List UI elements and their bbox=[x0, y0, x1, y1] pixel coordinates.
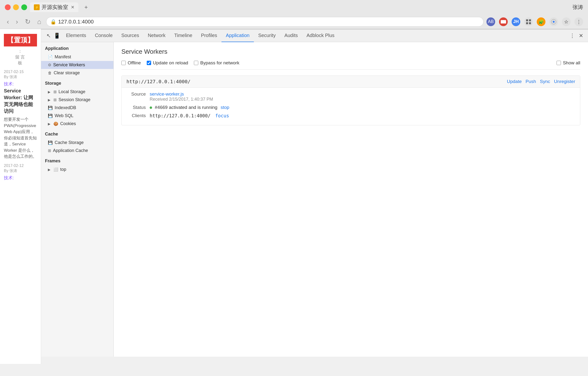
new-tab-button[interactable]: + bbox=[81, 2, 91, 12]
expand-top-icon[interactable]: ▶ bbox=[48, 168, 51, 172]
bypass-for-network-checkbox-label[interactable]: Bypass for network bbox=[194, 60, 239, 65]
sync-link[interactable]: Sync bbox=[540, 79, 550, 84]
sw-source-value: service-worker.js Received 2/15/2017, 1:… bbox=[150, 91, 213, 102]
tab-close-button[interactable]: ✕ bbox=[71, 5, 74, 10]
stop-link[interactable]: stop bbox=[220, 105, 229, 110]
frame-icon: ⬜ bbox=[53, 167, 58, 172]
devtools-tab-bar: ↖ 📱 Elements Console Sources Network Tim… bbox=[41, 30, 588, 42]
refresh-button[interactable]: ↻ bbox=[23, 17, 32, 27]
offline-checkbox-label[interactable]: Offline bbox=[121, 60, 141, 65]
post-by-2: By 张涛 bbox=[4, 168, 37, 173]
svg-point-5 bbox=[553, 21, 555, 23]
application-header: Application bbox=[41, 44, 113, 53]
sw-controls: Offline Update on reload Bypass for netw… bbox=[121, 60, 580, 70]
status-text: #4669 activated and is running bbox=[155, 105, 217, 110]
application-cache-icon: ⊞ bbox=[48, 148, 51, 153]
tab-network[interactable]: Network bbox=[143, 30, 170, 42]
sidebar-item-cookies[interactable]: ▶ 🍪 Cookies bbox=[41, 120, 113, 128]
update-on-reload-checkbox-label[interactable]: Update on reload bbox=[147, 60, 188, 65]
post-by-1: By 张涛 bbox=[4, 75, 37, 80]
application-group: Application 📄 Manifest ⚙ Service Workers… bbox=[41, 44, 113, 77]
tab-title: 开源实验室 bbox=[42, 4, 68, 11]
cache-storage-icon: 💾 bbox=[48, 140, 53, 145]
sidebar-item-clear-storage[interactable]: 🗑 Clear storage bbox=[41, 69, 113, 77]
show-all-checkbox[interactable] bbox=[556, 61, 561, 65]
update-on-reload-checkbox[interactable] bbox=[147, 61, 151, 65]
more-options-icon[interactable]: ⋮ bbox=[569, 32, 576, 40]
sw-received: Received 2/15/2017, 1:40:37 PM bbox=[150, 97, 213, 102]
unregister-link[interactable]: Unregister bbox=[554, 79, 575, 84]
sw-entry-header: http://127.0.0.1:4000/ Update Push Sync … bbox=[122, 76, 580, 88]
source-file-link[interactable]: service-worker.js bbox=[150, 91, 184, 97]
tab-elements[interactable]: Elements bbox=[62, 30, 90, 42]
tab-sources[interactable]: Sources bbox=[117, 30, 143, 42]
svg-rect-0 bbox=[526, 19, 528, 21]
cursor-tool-icon[interactable]: ↖ bbox=[45, 31, 52, 40]
sidebar-item-session-storage[interactable]: ▶ ⊞ Session Storage bbox=[41, 96, 113, 104]
home-button[interactable]: ⌂ bbox=[35, 17, 43, 27]
device-mode-icon[interactable]: 📱 bbox=[52, 31, 62, 40]
tab-console[interactable]: Console bbox=[90, 30, 117, 42]
expand-session-storage-icon[interactable]: ▶ bbox=[48, 98, 51, 102]
tab-timeline[interactable]: Timeline bbox=[170, 30, 197, 42]
svg-rect-3 bbox=[529, 22, 531, 24]
title-bar: ⚡ 开源实验室 ✕ + 张涛 bbox=[0, 0, 588, 14]
sidebar-item-cache-storage[interactable]: 💾 Cache Storage bbox=[41, 139, 113, 147]
gmail-icon[interactable] bbox=[499, 17, 508, 26]
close-devtools-icon[interactable]: ✕ bbox=[578, 32, 584, 40]
traffic-lights bbox=[5, 4, 27, 10]
address-text: 127.0.0.1:4000 bbox=[58, 19, 479, 25]
tab-application[interactable]: Application bbox=[221, 30, 254, 42]
toolbar-icons: AB JH 🧩 ☆ ⋮ bbox=[486, 17, 583, 26]
expand-cookies-icon[interactable]: ▶ bbox=[48, 122, 51, 126]
tab-security[interactable]: Security bbox=[254, 30, 280, 42]
apps-icon[interactable] bbox=[524, 17, 533, 26]
offline-checkbox[interactable] bbox=[121, 61, 126, 65]
sidebar-item-manifest[interactable]: 📄 Manifest bbox=[41, 53, 113, 61]
post-date-2: 2017-02-12 bbox=[4, 163, 37, 168]
minimize-button[interactable] bbox=[13, 4, 19, 10]
bypass-for-network-checkbox[interactable] bbox=[194, 61, 198, 65]
close-button[interactable] bbox=[5, 4, 11, 10]
status-label: Status bbox=[126, 105, 146, 110]
sidebar-item-application-cache[interactable]: ⊞ Application Cache bbox=[41, 147, 113, 155]
google-icon[interactable]: JH bbox=[512, 17, 520, 26]
push-link[interactable]: Push bbox=[526, 79, 536, 84]
frames-group: Frames ▶ ⬜ top bbox=[41, 157, 113, 173]
chrome-icon[interactable] bbox=[549, 17, 558, 26]
update-link[interactable]: Update bbox=[507, 79, 522, 84]
tab-audits[interactable]: Audits bbox=[280, 30, 302, 42]
manifest-icon: 📄 bbox=[48, 55, 53, 59]
devtools-toolbar-icons: ⋮ ✕ bbox=[569, 32, 584, 40]
post-date-1: 2017-02-15 bbox=[4, 70, 37, 74]
bookmark-icon[interactable]: ☆ bbox=[562, 17, 571, 26]
post-excerpt-1: 想要开发一个PWA(Progressive Web App)应用，你必须知道首先… bbox=[4, 116, 37, 160]
forward-button[interactable]: › bbox=[14, 17, 20, 27]
indexeddb-icon: 💾 bbox=[48, 106, 53, 110]
sw-url: http://127.0.0.1:4000/ bbox=[126, 79, 190, 85]
blog-logo: 【置顶】 bbox=[4, 34, 37, 46]
extension-ab-icon[interactable]: AB bbox=[486, 17, 495, 26]
tab-profiles[interactable]: Profiles bbox=[197, 30, 221, 42]
maximize-button[interactable] bbox=[21, 4, 27, 10]
sidebar-item-indexeddb[interactable]: 💾 IndexedDB bbox=[41, 104, 113, 112]
storage-header: Storage bbox=[41, 79, 113, 88]
address-bar[interactable]: 🔒 127.0.0.1:4000 bbox=[46, 17, 483, 27]
puzzle-icon[interactable]: 🧩 bbox=[537, 17, 546, 26]
post-title-1: Service Worker: 让网页无网络也能访问 bbox=[4, 87, 37, 114]
browser-tab[interactable]: ⚡ 开源实验室 ✕ bbox=[30, 2, 78, 12]
focus-link[interactable]: focus bbox=[215, 113, 229, 118]
ssl-icon: 🔒 bbox=[50, 19, 56, 25]
local-storage-icon: ⊞ bbox=[53, 89, 57, 94]
sidebar-item-local-storage[interactable]: ▶ ⊞ Local Storage bbox=[41, 88, 113, 96]
tab-adblock[interactable]: Adblock Plus bbox=[302, 30, 339, 42]
back-button[interactable]: ‹ bbox=[5, 17, 11, 27]
main-content: Service Workers Offline Update on reload… bbox=[114, 42, 588, 357]
sw-source-row: Source service-worker.js Received 2/15/2… bbox=[126, 91, 575, 102]
sidebar-item-service-workers[interactable]: ⚙ Service Workers bbox=[41, 61, 113, 69]
more-icon[interactable]: ⋮ bbox=[575, 17, 583, 26]
cookies-icon: 🍪 bbox=[53, 121, 58, 126]
sidebar-item-web-sql[interactable]: 💾 Web SQL bbox=[41, 112, 113, 120]
expand-local-storage-icon[interactable]: ▶ bbox=[48, 90, 51, 94]
sidebar-item-top[interactable]: ▶ ⬜ top bbox=[41, 165, 113, 173]
